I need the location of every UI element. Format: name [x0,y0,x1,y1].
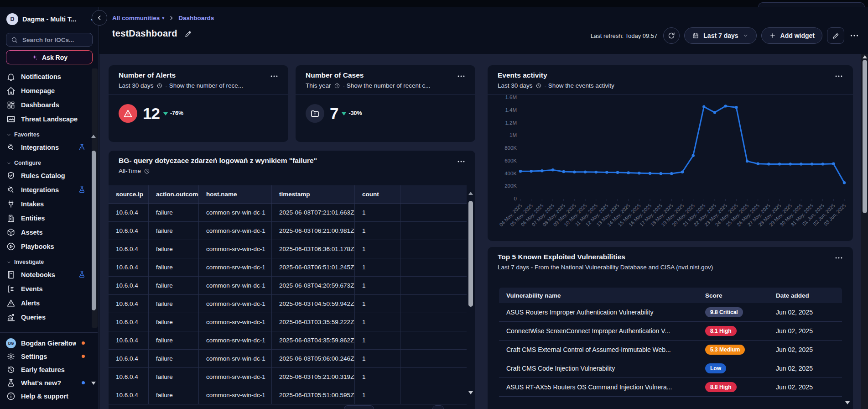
sidebar-item-bogdan-giera-towicz[interactable]: BGBogdan Gierałtowicz [0,336,98,350]
section-investigate[interactable]: Investigate [0,257,99,267]
dashboard-menu-button[interactable] [849,30,860,41]
column-header-action-outcome: action.outcome [149,185,199,203]
sidebar-item-intakes[interactable]: Intakes [0,197,99,211]
sidebar-item-notifications[interactable]: Notifications [0,69,99,84]
trend-down-icon [163,112,168,115]
alerts-delta: -76% [170,110,183,116]
table-cell: common-srv-win-dc-1 [199,277,272,294]
table-header-row: Vulnerability nameScoreDate added [499,288,842,303]
sidebar-item-playbooks[interactable]: Playbooks [0,239,99,253]
breadcrumb-all-communities[interactable]: All communities [112,15,160,21]
sidebar-item-integrations[interactable]: Integrations [0,140,99,154]
widget-bg-query-table: BG- query dotyczace zdarzeń logowań z wy… [109,151,475,409]
clock-icon [334,83,340,89]
flask-icon[interactable] [78,143,86,151]
table-pagination-control[interactable] [344,405,374,409]
sidebar-item-entities[interactable]: Entities [0,211,99,225]
section-favorites[interactable]: Favorites [0,129,99,140]
page-scrollbar-thumb[interactable] [863,60,867,213]
chevron-down-icon[interactable]: ▾ [162,16,164,21]
edit-dashboard-button[interactable] [827,27,844,44]
flask-icon[interactable] [78,271,86,278]
sidebar-item-queries[interactable]: Queries [0,310,99,324]
sidebar-collapse-button[interactable] [92,10,107,26]
sidebar-scrollbar[interactable] [92,68,98,328]
svg-text:0: 0 [514,196,517,201]
widget-subtitle: Last 30 days - Show the number of rece..… [119,82,278,89]
add-widget-button[interactable]: Add widget [761,27,822,44]
column-header-timestamp: timestamp [272,185,355,203]
table-cell: common-srv-win-dc-1 [199,313,272,331]
sidebar-item-label: Alerts [21,299,92,307]
scroll-down-icon[interactable] [468,391,473,394]
table-row[interactable]: ConnectWise ScreenConnect Improper Authe… [499,322,842,341]
breadcrumb-dashboards[interactable]: Dashboards [178,15,214,21]
refresh-button[interactable] [663,27,680,44]
alert-triangle-icon [119,104,137,123]
table-row[interactable]: ASUS RT-AX55 Routers OS Command Injectio… [499,378,842,397]
widget-menu-button[interactable] [269,71,279,81]
page-scrollbar[interactable] [861,54,868,409]
table-cell-spacer [400,222,467,240]
scroll-up-icon[interactable] [863,55,867,58]
time-range-dropdown[interactable]: Last 7 days [684,27,756,44]
sidebar-item-notebooks[interactable]: Notebooks [0,267,99,282]
sidebar-item-label: Entities [21,215,92,222]
column-header-count: count [355,185,400,203]
workspace-name: Dagma - Multi T... [22,16,87,23]
scroll-up-icon[interactable] [468,192,473,195]
table-cell-spacer [400,368,467,386]
chevron-down-icon [6,260,11,265]
search-input[interactable] [21,36,88,44]
scroll-down-icon[interactable] [845,401,850,404]
table-row[interactable]: ASUS Routers Improper Authentication Vul… [499,303,842,322]
list-icon [6,284,16,294]
sidebar-item-help-support[interactable]: Help & support [0,389,98,403]
edit-title-pencil-icon[interactable] [184,30,192,38]
table-cell: 10.6.0.4 [109,350,149,367]
scroll-up-icon[interactable] [91,135,96,138]
sidebar-item-alerts[interactable]: Alerts [0,296,99,310]
app-window: D Dagma - Multi T... ▾ Ask Roy Notificat… [0,0,868,409]
ask-roy-button[interactable]: Ask Roy [6,50,93,64]
sidebar-item-label: Bogdan Gierałtowicz [21,340,76,347]
widget-top5-vulnerabilities: Top 5 Known Exploited Vulnerabilities La… [488,247,853,409]
table-cell: 2025-06-03T06:51:01.245Z [272,258,355,276]
table-row[interactable]: Craft CMS Code Injection VulnerabilityLo… [499,359,842,378]
table-cell: common-srv-win-dc-1 [199,222,272,240]
workspace-switcher[interactable]: D Dagma - Multi T... ▾ [0,7,99,25]
section-configure[interactable]: Configure [0,157,99,168]
sidebar-item-threat-landscape[interactable]: Threat Landscape [0,112,99,126]
sidebar-item-label: Early features [21,366,91,373]
widget-menu-button[interactable] [456,71,466,81]
table-scrollbar-thumb[interactable] [468,201,473,307]
sidebar-item-events[interactable]: Events [0,282,99,296]
ask-roy-label: Ask Roy [42,54,68,61]
table-cell-spacer [400,258,467,276]
sidebar-item-assets[interactable]: Assets [0,225,99,239]
table-row[interactable]: Craft CMS External Control of Assumed-Im… [499,341,842,359]
ioc-search[interactable] [6,33,93,47]
column-header-vulnerability-name: Vulnerability name [499,292,705,299]
sidebar-item-homepage[interactable]: Homepage [0,84,99,98]
sidebar-item-integrations[interactable]: Integrations [0,183,99,197]
table-cell: failure [149,350,199,367]
sidebar-item-rules-catalog[interactable]: Rules Catalog [0,168,99,183]
scroll-down-icon[interactable] [91,382,96,385]
section-label: Investigate [14,259,44,265]
widget-menu-button[interactable] [834,253,844,263]
table-pagination-control[interactable] [432,405,444,409]
sidebar-item-what-s-new[interactable]: What's new? [0,376,98,389]
flask-icon[interactable] [78,186,86,194]
sidebar-scrollbar-thumb[interactable] [92,151,96,310]
table-cell: 1 [355,368,400,386]
table-cell: 10.6.0.4 [109,222,149,240]
section-label: Favorites [14,131,40,138]
sidebar-item-settings[interactable]: Settings [0,350,98,363]
sidebar-item-dashboards[interactable]: Dashboards [0,98,99,112]
table-cell: failure [149,331,199,349]
sidebar-item-early-features[interactable]: Early features [0,363,98,376]
pencil-icon [832,32,840,40]
table-cell: 1 [355,313,400,331]
widget-menu-button[interactable] [456,157,466,167]
